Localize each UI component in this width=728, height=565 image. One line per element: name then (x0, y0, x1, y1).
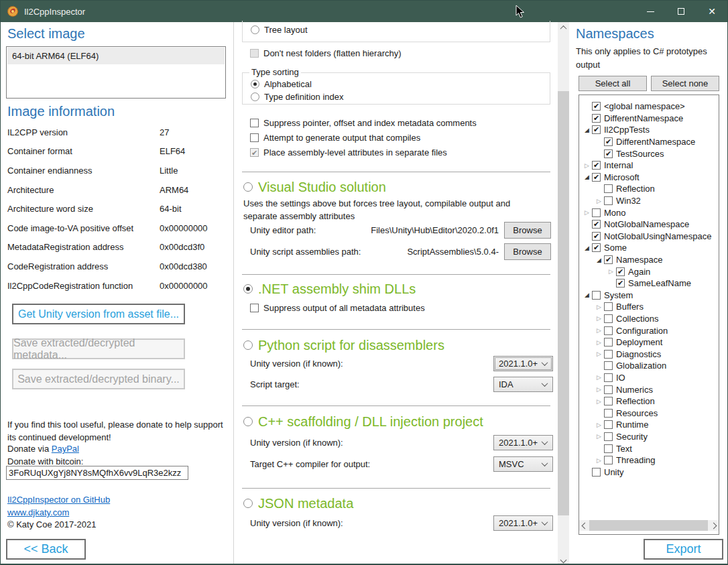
radio-icon[interactable] (243, 284, 253, 294)
tree-item[interactable]: Resources (579, 407, 719, 419)
tree-item[interactable]: Threading (579, 454, 719, 466)
tree-checkbox[interactable] (604, 385, 613, 394)
tree-item[interactable]: Reflection (579, 183, 719, 195)
namespace-tree[interactable]: <global namespace>DifferentNamespaceIl2C… (579, 95, 719, 535)
tree-checkbox[interactable] (592, 125, 601, 134)
tree-item[interactable]: DifferentNamespace (579, 113, 719, 125)
collapsed-expander-icon[interactable] (594, 198, 604, 204)
tree-item[interactable]: Collections (579, 313, 719, 325)
website-link[interactable]: www.djkaty.com (7, 507, 69, 517)
expanded-expander-icon[interactable] (582, 127, 592, 133)
select-all-button[interactable]: Select all (579, 76, 647, 91)
select-none-button[interactable]: Select none (651, 76, 719, 91)
tree-item[interactable]: Win32 (579, 195, 719, 207)
radio-icon[interactable] (251, 80, 259, 88)
tree-checkbox[interactable] (592, 208, 601, 217)
tree-item[interactable]: Some (579, 242, 719, 254)
checkbox-icon[interactable] (250, 304, 259, 312)
tree-checkbox[interactable] (604, 373, 613, 382)
tree-item[interactable]: <global namespace> (579, 101, 719, 113)
json-section-header[interactable]: JSON metadata (243, 495, 353, 512)
save-metadata-button[interactable]: Save extracted/decrypted metadata... (12, 338, 185, 359)
collapsed-expander-icon[interactable] (594, 457, 604, 464)
tree-checkbox[interactable] (604, 444, 613, 453)
maximize-button[interactable] (666, 1, 696, 22)
tree-checkbox[interactable] (604, 361, 613, 370)
scroll-right-button[interactable] (708, 520, 719, 531)
tree-item[interactable]: Reflection (579, 395, 719, 407)
tree-checkbox[interactable] (604, 432, 613, 441)
collapsed-expander-icon[interactable] (582, 209, 592, 216)
scroll-down-button[interactable] (558, 554, 569, 565)
tree-item[interactable]: Security (579, 431, 719, 443)
cpp-section-header[interactable]: C++ scaffolding / DLL injection project (243, 413, 483, 430)
tree-item[interactable]: Mono (579, 206, 719, 218)
browse-assemblies-path-button[interactable]: Browse (504, 243, 551, 260)
python-section-header[interactable]: Python script for disassemblers (243, 336, 444, 354)
tree-checkbox[interactable] (592, 291, 601, 300)
collapsed-expander-icon[interactable] (594, 422, 604, 428)
tree-item[interactable]: Text (579, 442, 719, 454)
bitcoin-address-input[interactable] (6, 466, 188, 480)
checkbox-icon[interactable] (250, 148, 259, 157)
tree-item[interactable]: Il2CppTests (579, 124, 719, 136)
collapsed-expander-icon[interactable] (594, 386, 604, 393)
tree-checkbox[interactable] (592, 161, 601, 170)
collapsed-expander-icon[interactable] (582, 162, 592, 169)
expanded-expander-icon[interactable] (582, 174, 592, 180)
tree-item[interactable]: System (579, 290, 719, 302)
tree-checkbox[interactable] (604, 420, 613, 429)
tree-checkbox[interactable] (592, 468, 601, 477)
radio-icon[interactable] (251, 25, 259, 34)
option-checkbox-row[interactable]: Suppress pointer, offset and index metad… (250, 115, 552, 130)
tree-checkbox[interactable] (592, 232, 601, 241)
radio-icon[interactable] (243, 417, 253, 426)
python-unity-version-dropdown[interactable]: 2021.1.0+ (493, 356, 553, 371)
tree-item[interactable]: NotGlobalNamespace (579, 218, 719, 231)
tree-item[interactable]: Diagnostics (579, 348, 719, 360)
collapsed-expander-icon[interactable] (594, 327, 604, 334)
tree-checkbox[interactable] (604, 326, 613, 335)
collapsed-expander-icon[interactable] (594, 433, 604, 440)
expanded-expander-icon[interactable] (582, 292, 592, 298)
expanded-expander-icon[interactable] (582, 245, 592, 251)
collapsed-expander-icon[interactable] (594, 351, 604, 357)
get-unity-version-button[interactable]: Get Unity version from asset file... (12, 304, 185, 324)
export-button[interactable]: Export (644, 539, 723, 560)
tree-item[interactable]: IO (579, 372, 719, 384)
tree-item[interactable]: Runtime (579, 419, 719, 431)
tree-item[interactable]: TestSources (579, 147, 719, 160)
tree-item[interactable]: NotGlobalUsingNamespace (579, 231, 719, 243)
cpp-compiler-dropdown[interactable]: MSVC (493, 456, 553, 472)
hscrollbar-thumb[interactable] (589, 520, 708, 531)
option-checkbox-row[interactable]: Attempt to generate output that compiles (250, 130, 552, 145)
tree-checkbox[interactable] (604, 196, 613, 205)
tree-hscrollbar[interactable] (579, 520, 719, 531)
tree-checkbox[interactable] (604, 314, 613, 323)
unity-assemblies-path-value[interactable]: -5.0.4\ScriptAssemblies (361, 247, 499, 257)
cpp-unity-version-dropdown[interactable]: 2021.1.0+ (493, 435, 553, 450)
collapsed-expander-icon[interactable] (594, 304, 604, 310)
type-def-index-option[interactable]: Type definition index (251, 92, 550, 102)
scroll-left-button[interactable] (579, 520, 590, 531)
minimize-button[interactable] (635, 1, 666, 22)
close-button[interactable]: ✕ (696, 1, 727, 22)
radio-icon[interactable] (243, 182, 253, 192)
tree-item[interactable]: Microsoft (579, 172, 719, 184)
checkbox-icon[interactable] (250, 119, 259, 127)
flatten-checkbox-row[interactable]: Don't nest folders (flatten hierarchy) (250, 48, 402, 58)
tree-checkbox[interactable] (592, 102, 601, 111)
image-listbox[interactable]: 64-bit ARM64 (ELF64) (6, 46, 226, 99)
save-binary-button[interactable]: Save extracted/decrypted binary... (12, 369, 185, 389)
titlebar[interactable]: Il2CppInspector ✕ (1, 1, 727, 22)
tree-checkbox[interactable] (604, 397, 613, 405)
radio-icon[interactable] (251, 92, 259, 101)
tree-checkbox[interactable] (604, 350, 613, 359)
tree-checkbox[interactable] (604, 338, 613, 347)
checkbox-icon[interactable] (250, 133, 259, 142)
tree-checkbox[interactable] (592, 114, 601, 123)
collapsed-expander-icon[interactable] (594, 339, 604, 346)
scroll-up-button[interactable] (558, 22, 569, 34)
tree-checkbox[interactable] (604, 302, 613, 311)
tree-checkbox[interactable] (604, 184, 613, 193)
